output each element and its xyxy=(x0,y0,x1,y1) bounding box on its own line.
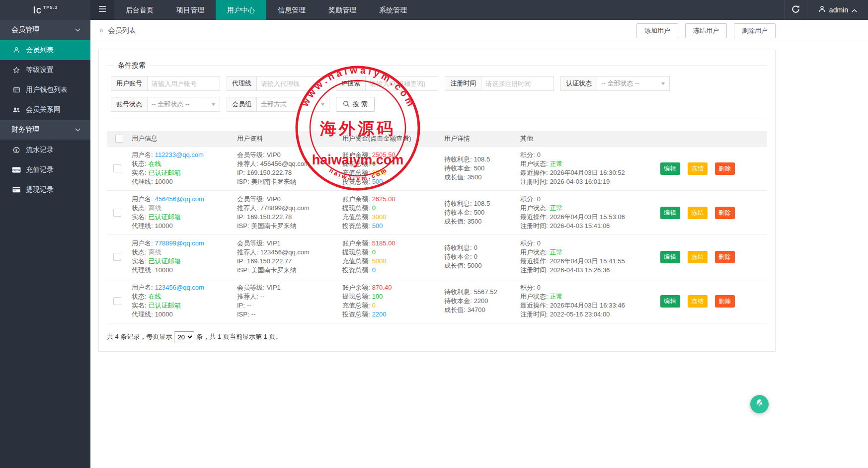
delete-button[interactable]: 删除 xyxy=(715,207,735,219)
field-value: 500 xyxy=(474,209,485,216)
field-line: 充值总额:3000 xyxy=(342,213,440,222)
sidebar-group-label: 会员管理 xyxy=(11,25,39,34)
field-value: -- xyxy=(260,293,265,300)
field-value: 34700 xyxy=(468,306,485,313)
page-size-select[interactable]: 20 xyxy=(174,331,194,342)
field-line: 用户名:456456@qq.com xyxy=(132,195,233,204)
sidebar-item-0-2[interactable]: 用户钱包列表 xyxy=(0,80,90,100)
field-value: 0 xyxy=(537,239,541,247)
field-label: 待收本金: xyxy=(444,253,472,260)
field-line: 积分:0 xyxy=(520,283,656,292)
search-input[interactable] xyxy=(365,76,438,91)
caret-down-icon: ▼ xyxy=(660,81,666,86)
delete-button[interactable]: 删除 xyxy=(715,295,735,308)
row-checkbox[interactable] xyxy=(113,297,121,305)
row-checkbox[interactable] xyxy=(113,253,121,261)
field-line: 最近操作:2026年04月03日 15:41:55 xyxy=(520,257,656,266)
field-label: 账户余额: xyxy=(342,284,370,291)
sidebar-item-1-2[interactable]: 提现记录 xyxy=(0,180,90,200)
notification-float-button[interactable] xyxy=(750,395,769,413)
sidebar-item-0-0[interactable]: 会员列表 xyxy=(0,40,90,60)
search-fieldset: 条件搜索 用户账号代理线IP搜索注册时间认证状态-- 全部状态 --▼ 账号状态… xyxy=(107,61,767,114)
search-button[interactable]: 搜 索 xyxy=(336,97,375,112)
field-value: 5000 xyxy=(468,262,482,269)
search-select[interactable]: 全部方式▼ xyxy=(256,97,329,112)
delete-button[interactable]: 删除 xyxy=(715,162,735,175)
field-line: ISP:美国南卡罗来纳 xyxy=(237,177,338,186)
field-label: 代理线: xyxy=(132,311,153,318)
field-label: ISP: xyxy=(237,178,249,185)
delete-button[interactable]: 删除 xyxy=(715,251,735,263)
search-icon xyxy=(343,100,350,109)
topnav-item-4[interactable]: 奖励管理 xyxy=(317,0,368,20)
page-actions: 添加用户冻结用户删除用户 xyxy=(636,23,776,38)
page-action-button-2[interactable]: 删除用户 xyxy=(734,23,776,38)
field-label: 充值总额: xyxy=(342,213,370,221)
field-line: 成长值:5000 xyxy=(444,261,516,270)
topnav-item-2[interactable]: 用户中心 xyxy=(216,0,266,20)
field-value: 2625.00 xyxy=(372,195,395,203)
field-line: 积分:0 xyxy=(520,151,656,159)
select-value: -- 全部状态 -- xyxy=(152,100,190,109)
field-value: 已认证邮箱 xyxy=(149,213,181,221)
field-label: 实名: xyxy=(132,302,147,309)
sidebar-group-1[interactable]: 财务管理 xyxy=(0,120,90,140)
field-line: 注册时间:2026-04-03 15:41:06 xyxy=(520,222,656,231)
field-label: 用户状态: xyxy=(520,204,548,212)
search-input[interactable] xyxy=(147,76,220,91)
bell-mute-icon xyxy=(755,398,764,410)
field-value: 5185.00 xyxy=(372,239,395,247)
search-select[interactable]: -- 全部状态 --▼ xyxy=(147,97,220,112)
select-all-checkbox[interactable] xyxy=(115,135,123,143)
topnav-item-1[interactable]: 项目管理 xyxy=(165,0,216,20)
cell-other: 积分:0用户状态:正常最近操作:2026年04月03日 15:53:06注册时间… xyxy=(520,195,660,231)
search-field-label: IP搜索 xyxy=(336,76,365,91)
edit-button[interactable]: 编辑 xyxy=(660,207,680,219)
user-link[interactable]: 456456@qq.com xyxy=(155,195,204,203)
field-value: 2026-04-03 16:01:19 xyxy=(550,178,610,185)
freeze-button[interactable]: 冻结 xyxy=(688,162,708,175)
search-input[interactable] xyxy=(256,76,329,91)
freeze-button[interactable]: 冻结 xyxy=(688,251,708,263)
app-root: Ic TP5.3 后台首页项目管理用户中心信息管理奖励管理系统管理 admin … xyxy=(0,0,868,468)
collapse-menu-button[interactable] xyxy=(90,0,114,20)
topnav-item-5[interactable]: 系统管理 xyxy=(368,0,418,20)
refresh-button[interactable] xyxy=(784,0,807,20)
field-line: 提现总额:0 xyxy=(342,248,440,257)
field-value: 10000 xyxy=(155,222,173,230)
sidebar-item-0-3[interactable]: 会员关系网 xyxy=(0,100,90,120)
topnav-item-0[interactable]: 后台首页 xyxy=(114,0,165,20)
field-line: 用户名:123456@qq.com xyxy=(132,283,233,292)
field-value: 10000 xyxy=(155,178,173,185)
edit-button[interactable]: 编辑 xyxy=(660,162,680,175)
edit-button[interactable]: 编辑 xyxy=(660,251,680,263)
field-label: 注册时间: xyxy=(520,266,548,274)
page-action-button-0[interactable]: 添加用户 xyxy=(636,23,678,38)
user-link[interactable]: 112233@qq.com xyxy=(155,151,204,158)
sidebar-item-0-1[interactable]: 等级设置 xyxy=(0,60,90,80)
field-value: 169.150.222.77 xyxy=(247,257,292,265)
freeze-button[interactable]: 冻结 xyxy=(688,207,708,219)
search-row-0: 用户账号代理线IP搜索注册时间认证状态-- 全部状态 --▼ xyxy=(107,76,767,91)
freeze-button[interactable]: 冻结 xyxy=(688,295,708,308)
search-input[interactable] xyxy=(481,76,554,91)
field-value: 2026年04月03日 16:33:46 xyxy=(550,302,625,309)
page-action-button-1[interactable]: 冻结用户 xyxy=(685,23,727,38)
column-header-2: 用户资金(点击金额查看) xyxy=(342,134,444,143)
topnav-item-3[interactable]: 信息管理 xyxy=(266,0,317,20)
field-label: 用户名: xyxy=(132,151,153,158)
user-menu[interactable]: admin xyxy=(807,0,868,20)
field-line: 成长值:3500 xyxy=(444,217,516,226)
search-field-label: 代理线 xyxy=(227,76,256,91)
user-link[interactable]: 778899@qq.com xyxy=(155,239,204,247)
edit-button[interactable]: 编辑 xyxy=(660,295,680,308)
row-checkbox[interactable] xyxy=(113,164,121,172)
sidebar-item-1-1[interactable]: PayPal充值记录 xyxy=(0,160,90,180)
row-checkbox[interactable] xyxy=(113,209,121,217)
sidebar-group-0[interactable]: 会员管理 xyxy=(0,20,90,40)
sidebar-item-1-0[interactable]: 流水记录 xyxy=(0,140,90,160)
user-link[interactable]: 123456@qq.com xyxy=(155,284,204,291)
field-line: 提现总额:100 xyxy=(342,292,440,301)
search-select[interactable]: -- 全部状态 --▼ xyxy=(597,76,670,91)
field-label: ISP: xyxy=(237,222,249,230)
